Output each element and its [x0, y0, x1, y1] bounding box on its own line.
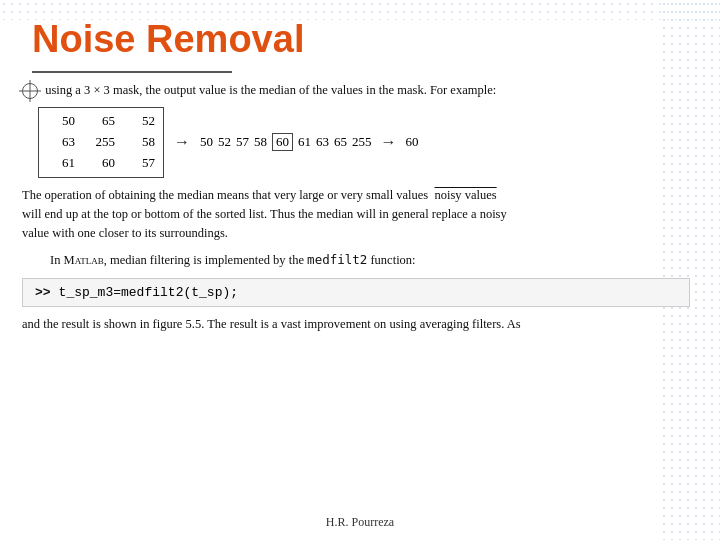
cell-r2c2: 255: [87, 132, 115, 153]
cell-r1c1: 50: [47, 111, 75, 132]
page-content: Noise Removal using a 3 × 3 mask, the ou…: [0, 0, 720, 345]
seq-val-2: 52: [218, 134, 231, 150]
cell-r2c1: 63: [47, 132, 75, 153]
title-divider: [32, 71, 232, 73]
seq-result: 60: [406, 134, 419, 150]
description-text: using a 3 × 3 mask, the output value is …: [45, 83, 496, 97]
seq-val-1: 50: [200, 134, 213, 150]
seq-val-boxed: 60: [272, 133, 293, 151]
page-title: Noise Removal: [32, 18, 690, 61]
matrix-row-1: 50 65 52: [47, 111, 155, 132]
sequence-1: 50 52 57 58 60 61 63 65 255 → 60: [200, 133, 419, 151]
cell-r3c3: 57: [127, 153, 155, 174]
seq-val-3: 57: [236, 134, 249, 150]
seq-val-4: 58: [254, 134, 267, 150]
seq-val-7: 65: [334, 134, 347, 150]
matrix-row-3: 61 60 57: [47, 153, 155, 174]
code-box: >> t_sp_m3=medfilt2(t_sp);: [22, 278, 690, 307]
footer: H.R. Pourreza: [0, 515, 720, 530]
matrix-section: 50 65 52 63 255 58 61 60 57 → 50 52 57 5…: [38, 107, 690, 177]
cell-r3c2: 60: [87, 153, 115, 174]
footer-text: H.R. Pourreza: [326, 515, 394, 529]
arrow-2: →: [381, 133, 397, 151]
seq-val-8: 255: [352, 134, 372, 150]
footer-line: and the result is shown in figure 5.5. T…: [22, 315, 690, 334]
noisy-label: noisy values: [435, 188, 497, 202]
seq-val-6: 63: [316, 134, 329, 150]
medfilt2-func: medfilt2: [307, 252, 367, 267]
cell-r1c2: 65: [87, 111, 115, 132]
code-text: t_sp_m3=medfilt2(t_sp);: [59, 285, 238, 300]
matrix-box: 50 65 52 63 255 58 61 60 57: [38, 107, 164, 177]
seq-val-5: 61: [298, 134, 311, 150]
matrix-row-2: 63 255 58: [47, 132, 155, 153]
cell-r1c3: 52: [127, 111, 155, 132]
cell-r3c1: 61: [47, 153, 75, 174]
cell-r2c3: 58: [127, 132, 155, 153]
paragraph-1: The operation of obtaining the median me…: [22, 186, 690, 244]
matlab-intro-line: In Matlab, median filtering is implement…: [50, 250, 690, 270]
arrow-1: →: [174, 133, 190, 151]
matlab-sc: Matlab: [64, 253, 104, 267]
target-icon: [22, 83, 38, 99]
description-line: using a 3 × 3 mask, the output value is …: [22, 81, 690, 100]
code-prompt: >>: [35, 285, 51, 300]
